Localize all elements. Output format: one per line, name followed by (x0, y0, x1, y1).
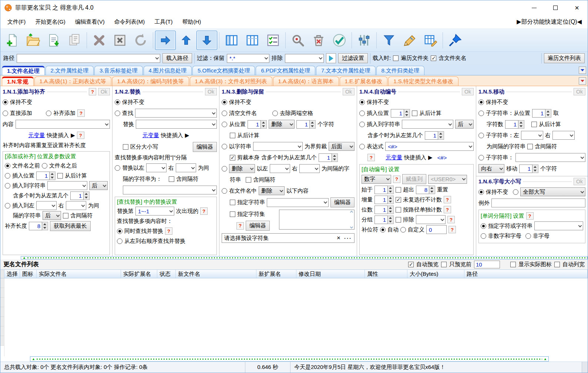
tab-office-summary[interactable]: 5.Office文档摘要处理 (192, 66, 255, 75)
number-type-combobox[interactable]: 数字 (362, 175, 391, 184)
metavar-link[interactable]: 元变量 (142, 132, 159, 139)
nth-spinner[interactable]: 1 (319, 153, 338, 162)
include-folder-names-checkbox[interactable] (431, 55, 436, 61)
import-list-button[interactable] (43, 31, 64, 50)
left-combobox[interactable] (270, 164, 290, 173)
collapse-triangle-icon[interactable]: ▲ (21, 256, 27, 260)
file-table-body[interactable] (0, 278, 588, 356)
right-combobox[interactable] (176, 163, 196, 172)
view-columns-left-button[interactable] (221, 31, 242, 50)
subtab-normal[interactable]: 1.N.常规 (2, 77, 34, 86)
radio-clear-name[interactable] (222, 111, 227, 116)
menu-help[interactable]: 帮助(H) (177, 16, 206, 28)
subtab-script[interactable]: 1.A.高级(4)：语言脚本 (273, 77, 339, 86)
delete-all-button[interactable] (110, 31, 130, 50)
exclude-combobox[interactable] (285, 54, 324, 63)
minimize-button[interactable] (523, 0, 545, 15)
rename-edit-button[interactable] (399, 31, 420, 50)
radio-insert-to-string[interactable] (5, 183, 10, 189)
collapse-triangle-icon[interactable]: ▲ (542, 357, 548, 361)
radio-in-name-delete[interactable] (222, 188, 227, 194)
path-combobox[interactable] (17, 54, 160, 63)
from-end-checkbox[interactable] (412, 111, 417, 116)
new-file-button[interactable] (2, 31, 23, 50)
tab-filename-processing[interactable]: 1.文件名处理 (2, 66, 45, 75)
start-spinner[interactable]: 1 (374, 186, 394, 194)
radio-simultaneous[interactable] (117, 228, 122, 234)
from-end-checkbox[interactable] (230, 133, 235, 138)
ok-button[interactable]: Ok (343, 88, 355, 95)
from-end-checkbox[interactable] (57, 173, 63, 179)
auto-width-checkbox[interactable] (554, 262, 560, 267)
horizontal-splitter[interactable]: ▲ (21, 256, 588, 260)
get-longest-button[interactable]: 获取列表最长 (50, 221, 91, 231)
column-header-actual-name[interactable]: 实际文件名 (37, 270, 121, 278)
left-combobox[interactable] (146, 163, 167, 172)
column-header-actual-ext[interactable]: 实际扩展名 (121, 270, 157, 278)
left-combobox[interactable] (521, 131, 543, 140)
menu-start-rename[interactable]: 开始更名(G) (30, 16, 70, 28)
editor-button[interactable]: 编辑器 (330, 197, 355, 207)
substring-combobox[interactable] (515, 153, 585, 162)
radio-substring-between[interactable] (478, 133, 484, 138)
more-icon[interactable]: ··· (344, 235, 352, 241)
help-button[interactable]: ? (89, 88, 96, 95)
exclude-checkbox[interactable] (396, 217, 401, 223)
expand-arrow-icon[interactable]: ▶ (71, 132, 75, 139)
ok-button[interactable]: Ok (574, 88, 585, 95)
radio-after-name[interactable] (42, 163, 47, 169)
resize-grip[interactable] (582, 362, 588, 373)
delete-button[interactable] (89, 31, 110, 50)
cut-self-checkbox[interactable] (230, 155, 235, 160)
help-button[interactable]: ? (77, 132, 84, 139)
help-button[interactable]: ? (165, 227, 172, 235)
search-button[interactable] (288, 31, 308, 50)
expression-combobox[interactable]: <#> (385, 142, 474, 151)
radio-trim-spaces[interactable] (272, 111, 278, 116)
count-spinner[interactable]: 1 (296, 120, 316, 129)
radio-substring-position[interactable] (478, 111, 484, 116)
radio-insert-position[interactable] (5, 173, 10, 179)
preview-count-input[interactable]: 10 (474, 261, 500, 268)
move-up-button[interactable] (176, 31, 196, 50)
spec-string-combobox[interactable] (267, 198, 329, 207)
tab-file-classify[interactable]: 8.文件归类处理 (376, 66, 425, 75)
radio-find[interactable] (115, 111, 120, 116)
separator-combobox[interactable] (534, 221, 583, 230)
metavar-link[interactable]: 元变量 (386, 154, 402, 161)
pad-length-spinner[interactable]: 8 (29, 222, 48, 230)
radio-spec-chars[interactable] (481, 223, 486, 229)
exclude-combobox[interactable] (416, 215, 446, 224)
subtab-regex[interactable]: 1.A.高级(1)：正则表达式等 (34, 77, 111, 86)
horizontal-splitter-bottom[interactable]: ▲▲ (30, 356, 549, 362)
move-down-button[interactable] (196, 31, 217, 50)
nth-occurrence-combobox[interactable]: 1~-1 (135, 207, 174, 216)
move-count-spinner[interactable]: 1 (519, 165, 538, 173)
editor-button[interactable]: 编辑器 (193, 142, 217, 152)
bound-string-combobox[interactable] (253, 142, 303, 151)
column-header-status[interactable]: 状态 (157, 270, 176, 278)
radio-expression[interactable] (359, 144, 365, 149)
delete-keep-combobox[interactable]: 删除 (259, 186, 285, 195)
help-button[interactable]: ? (200, 207, 208, 215)
subtab-encoding[interactable]: 1.A.高级(2)：编码与转换等 (112, 77, 189, 86)
collapse-triangle-icon[interactable]: ▲ (30, 357, 37, 361)
assign-target-combobox[interactable]: <USER0> (428, 175, 467, 184)
radio-keep-unchanged[interactable] (222, 99, 227, 105)
save-list-button[interactable] (64, 31, 85, 50)
radio-case-mode[interactable] (513, 189, 518, 195)
ok-button[interactable]: Ok (205, 88, 217, 95)
main-tabs-dropdown-button[interactable] (579, 67, 586, 74)
auto-preview-checkbox[interactable] (408, 262, 414, 267)
column-header-select[interactable]: 选择 (4, 270, 20, 278)
help-button[interactable]: ? (448, 226, 456, 233)
close-button[interactable]: × (566, 0, 588, 15)
delete-keep-combobox[interactable]: 删除 (229, 164, 255, 173)
assign-to-button[interactable]: 赋值到 (402, 174, 426, 184)
radio-pad-add[interactable] (46, 111, 51, 116)
ok-button[interactable]: Ok (462, 88, 474, 95)
content-combobox[interactable] (16, 120, 110, 129)
position-spinner[interactable]: 1 (36, 172, 56, 180)
column-header-icon[interactable]: 图标 (20, 270, 37, 278)
right-combobox[interactable] (299, 164, 320, 173)
